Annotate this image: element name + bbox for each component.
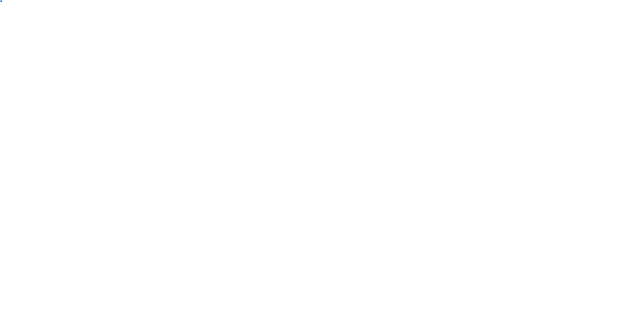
spreadsheet-area[interactable]: [0, 0, 644, 332]
selection-handle[interactable]: [0, 0, 2, 2]
